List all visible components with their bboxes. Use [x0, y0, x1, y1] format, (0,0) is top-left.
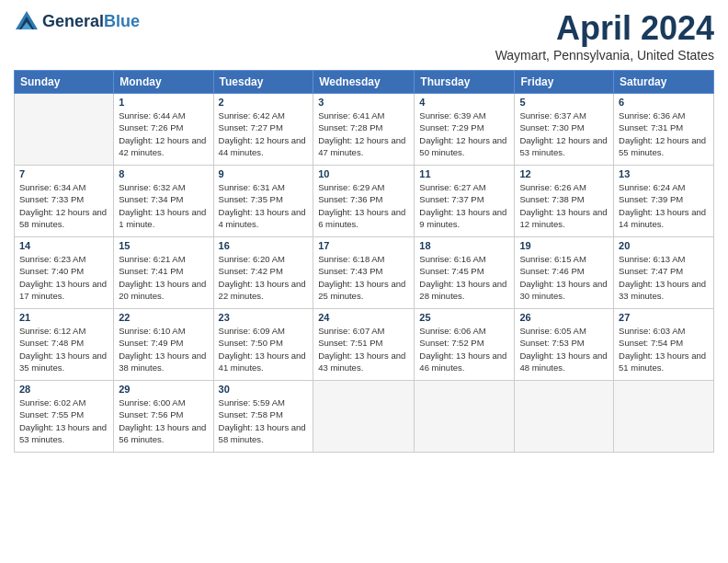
- logo-text: GeneralBlue: [42, 13, 140, 31]
- day-info: Sunrise: 6:18 AMSunset: 7:43 PMDaylight:…: [318, 253, 409, 302]
- calendar-table: Sunday Monday Tuesday Wednesday Thursday…: [14, 70, 714, 453]
- calendar-cell: 12Sunrise: 6:26 AMSunset: 7:38 PMDayligh…: [515, 166, 614, 237]
- calendar-cell: 6Sunrise: 6:36 AMSunset: 7:31 PMDaylight…: [614, 94, 714, 166]
- day-number: 7: [19, 168, 108, 179]
- day-info: Sunrise: 6:26 AMSunset: 7:38 PMDaylight:…: [519, 181, 609, 230]
- calendar-cell: 30Sunrise: 5:59 AMSunset: 7:58 PMDayligh…: [213, 381, 313, 453]
- calendar-cell: 27Sunrise: 6:03 AMSunset: 7:54 PMDayligh…: [614, 309, 714, 381]
- title-block: April 2024 Waymart, Pennsylvania, United…: [495, 9, 714, 63]
- calendar-cell: 19Sunrise: 6:15 AMSunset: 7:46 PMDayligh…: [515, 237, 614, 309]
- day-number: 15: [119, 240, 208, 251]
- day-number: 8: [119, 168, 208, 179]
- calendar-cell: 7Sunrise: 6:34 AMSunset: 7:33 PMDaylight…: [15, 166, 114, 237]
- day-info: Sunrise: 6:37 AMSunset: 7:30 PMDaylight:…: [519, 109, 609, 158]
- day-info: Sunrise: 6:41 AMSunset: 7:28 PMDaylight:…: [318, 109, 409, 158]
- calendar-week-3: 21Sunrise: 6:12 AMSunset: 7:48 PMDayligh…: [15, 309, 714, 381]
- day-number: 23: [219, 312, 309, 323]
- day-info: Sunrise: 6:29 AMSunset: 7:36 PMDaylight:…: [318, 181, 409, 230]
- calendar-week-2: 14Sunrise: 6:23 AMSunset: 7:40 PMDayligh…: [15, 237, 714, 309]
- calendar-cell: [515, 381, 614, 453]
- calendar-cell: 18Sunrise: 6:16 AMSunset: 7:45 PMDayligh…: [415, 237, 515, 309]
- day-number: 12: [519, 168, 609, 179]
- day-number: 4: [419, 97, 509, 108]
- day-info: Sunrise: 6:27 AMSunset: 7:37 PMDaylight:…: [419, 181, 509, 230]
- day-info: Sunrise: 6:34 AMSunset: 7:33 PMDaylight:…: [19, 181, 108, 230]
- day-info: Sunrise: 6:10 AMSunset: 7:49 PMDaylight:…: [119, 325, 208, 373]
- calendar-cell: 1Sunrise: 6:44 AMSunset: 7:26 PMDaylight…: [114, 94, 213, 166]
- day-info: Sunrise: 6:44 AMSunset: 7:26 PMDaylight:…: [119, 109, 208, 158]
- day-info: Sunrise: 6:13 AMSunset: 7:47 PMDaylight:…: [619, 253, 709, 302]
- day-info: Sunrise: 6:31 AMSunset: 7:35 PMDaylight:…: [219, 181, 309, 230]
- day-number: 30: [219, 384, 309, 395]
- calendar-cell: 10Sunrise: 6:29 AMSunset: 7:36 PMDayligh…: [313, 166, 415, 237]
- day-number: 25: [419, 312, 509, 323]
- day-number: 29: [119, 384, 208, 395]
- calendar-cell: 3Sunrise: 6:41 AMSunset: 7:28 PMDaylight…: [313, 94, 415, 166]
- day-number: 13: [619, 168, 709, 179]
- day-number: 14: [19, 240, 108, 251]
- day-info: Sunrise: 6:23 AMSunset: 7:40 PMDaylight:…: [19, 253, 108, 302]
- calendar-cell: 8Sunrise: 6:32 AMSunset: 7:34 PMDaylight…: [114, 166, 213, 237]
- calendar-cell: 11Sunrise: 6:27 AMSunset: 7:37 PMDayligh…: [415, 166, 515, 237]
- calendar-cell: 22Sunrise: 6:10 AMSunset: 7:49 PMDayligh…: [114, 309, 213, 381]
- day-info: Sunrise: 6:42 AMSunset: 7:27 PMDaylight:…: [219, 109, 309, 158]
- day-info: Sunrise: 6:36 AMSunset: 7:31 PMDaylight:…: [619, 109, 709, 158]
- calendar-cell: [614, 381, 714, 453]
- calendar-week-0: 1Sunrise: 6:44 AMSunset: 7:26 PMDaylight…: [15, 94, 714, 166]
- calendar-week-4: 28Sunrise: 6:02 AMSunset: 7:55 PMDayligh…: [15, 381, 714, 453]
- calendar-header-row: Sunday Monday Tuesday Wednesday Thursday…: [15, 71, 714, 94]
- day-info: Sunrise: 6:07 AMSunset: 7:51 PMDaylight:…: [318, 325, 409, 373]
- day-number: 17: [318, 240, 409, 251]
- day-number: 11: [419, 168, 509, 179]
- day-number: 9: [219, 168, 309, 179]
- day-number: 19: [519, 240, 609, 251]
- calendar-cell: 4Sunrise: 6:39 AMSunset: 7:29 PMDaylight…: [415, 94, 515, 166]
- calendar-cell: 21Sunrise: 6:12 AMSunset: 7:48 PMDayligh…: [15, 309, 114, 381]
- day-info: Sunrise: 6:03 AMSunset: 7:54 PMDaylight:…: [619, 325, 709, 373]
- calendar-cell: [415, 381, 515, 453]
- day-number: 16: [219, 240, 309, 251]
- day-number: 2: [219, 97, 309, 108]
- calendar-cell: 29Sunrise: 6:00 AMSunset: 7:56 PMDayligh…: [114, 381, 213, 453]
- day-number: 21: [19, 312, 108, 323]
- calendar-cell: 2Sunrise: 6:42 AMSunset: 7:27 PMDaylight…: [213, 94, 313, 166]
- day-number: 18: [419, 240, 509, 251]
- day-info: Sunrise: 6:16 AMSunset: 7:45 PMDaylight:…: [419, 253, 509, 302]
- col-sunday: Sunday: [15, 71, 114, 94]
- col-thursday: Thursday: [415, 71, 515, 94]
- calendar-cell: 13Sunrise: 6:24 AMSunset: 7:39 PMDayligh…: [614, 166, 714, 237]
- location: Waymart, Pennsylvania, United States: [495, 48, 714, 63]
- calendar-cell: 5Sunrise: 6:37 AMSunset: 7:30 PMDaylight…: [515, 94, 614, 166]
- col-saturday: Saturday: [614, 71, 714, 94]
- day-info: Sunrise: 6:02 AMSunset: 7:55 PMDaylight:…: [19, 396, 108, 445]
- calendar-cell: 28Sunrise: 6:02 AMSunset: 7:55 PMDayligh…: [15, 381, 114, 453]
- calendar-cell: 15Sunrise: 6:21 AMSunset: 7:41 PMDayligh…: [114, 237, 213, 309]
- day-number: 24: [318, 312, 409, 323]
- calendar-cell: 25Sunrise: 6:06 AMSunset: 7:52 PMDayligh…: [415, 309, 515, 381]
- day-number: 10: [318, 168, 409, 179]
- day-info: Sunrise: 6:00 AMSunset: 7:56 PMDaylight:…: [119, 396, 208, 445]
- day-number: 28: [19, 384, 108, 395]
- page: GeneralBlue April 2024 Waymart, Pennsylv…: [0, 0, 728, 563]
- col-tuesday: Tuesday: [213, 71, 313, 94]
- calendar-cell: 14Sunrise: 6:23 AMSunset: 7:40 PMDayligh…: [15, 237, 114, 309]
- logo-icon: [14, 9, 40, 35]
- day-info: Sunrise: 6:20 AMSunset: 7:42 PMDaylight:…: [219, 253, 309, 302]
- day-info: Sunrise: 6:39 AMSunset: 7:29 PMDaylight:…: [419, 109, 509, 158]
- day-number: 5: [519, 97, 609, 108]
- col-friday: Friday: [515, 71, 614, 94]
- day-info: Sunrise: 6:06 AMSunset: 7:52 PMDaylight:…: [419, 325, 509, 373]
- col-monday: Monday: [114, 71, 213, 94]
- day-number: 1: [119, 97, 208, 108]
- header: GeneralBlue April 2024 Waymart, Pennsylv…: [14, 9, 714, 63]
- day-info: Sunrise: 6:15 AMSunset: 7:46 PMDaylight:…: [519, 253, 609, 302]
- col-wednesday: Wednesday: [313, 71, 415, 94]
- day-number: 26: [519, 312, 609, 323]
- calendar-cell: 26Sunrise: 6:05 AMSunset: 7:53 PMDayligh…: [515, 309, 614, 381]
- day-info: Sunrise: 5:59 AMSunset: 7:58 PMDaylight:…: [219, 396, 309, 445]
- calendar-cell: 24Sunrise: 6:07 AMSunset: 7:51 PMDayligh…: [313, 309, 415, 381]
- day-info: Sunrise: 6:09 AMSunset: 7:50 PMDaylight:…: [219, 325, 309, 373]
- day-info: Sunrise: 6:24 AMSunset: 7:39 PMDaylight:…: [619, 181, 709, 230]
- day-info: Sunrise: 6:05 AMSunset: 7:53 PMDaylight:…: [519, 325, 609, 373]
- calendar-cell: 23Sunrise: 6:09 AMSunset: 7:50 PMDayligh…: [213, 309, 313, 381]
